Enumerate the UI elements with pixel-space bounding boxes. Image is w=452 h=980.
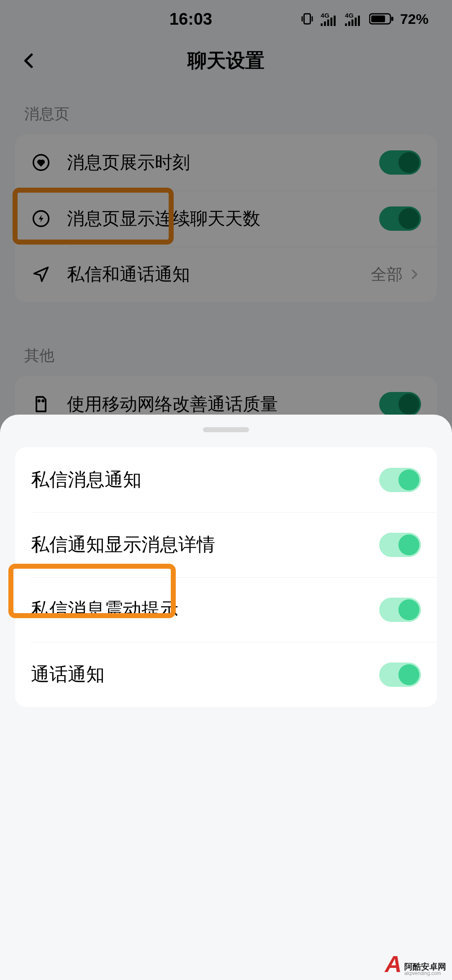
svg-rect-8 (345, 23, 347, 26)
row-dm-detail[interactable]: 私信通知显示消息详情 (15, 512, 437, 577)
row-value: 全部 (371, 264, 403, 285)
row-label: 私信通知显示消息详情 (31, 532, 379, 557)
signal-4g-1-icon: 4G (321, 12, 339, 26)
row-dm-notify[interactable]: 私信消息通知 (15, 447, 437, 512)
battery-icon (369, 13, 394, 25)
signal-4g-2-icon: 4G (345, 12, 363, 26)
lightning-chat-icon (31, 209, 51, 229)
vibrate-icon (300, 11, 315, 26)
row-dm-vibrate[interactable]: 私信消息震动提示 (15, 577, 437, 642)
nav-header: 聊天设置 (0, 38, 452, 84)
toggle-show-time[interactable] (379, 150, 421, 175)
section-header-other: 其他 (0, 325, 452, 376)
svg-rect-11 (354, 18, 357, 26)
svg-rect-2 (321, 23, 323, 26)
sim-icon (31, 394, 51, 414)
svg-rect-15 (391, 17, 393, 21)
sheet-drag-handle[interactable] (203, 427, 249, 432)
svg-rect-9 (348, 21, 350, 26)
toggle-call-notify[interactable] (379, 663, 421, 687)
svg-rect-10 (352, 20, 354, 26)
row-show-time[interactable]: 消息页展示时刻 (15, 134, 437, 191)
toggle-dm-vibrate[interactable] (379, 598, 421, 622)
svg-rect-5 (330, 18, 332, 26)
svg-rect-0 (304, 14, 310, 24)
status-time: 16:03 (23, 10, 300, 28)
bottom-sheet: 私信消息通知 私信通知显示消息详情 私信消息震动提示 通话通知 (0, 415, 452, 980)
watermark-logo-icon: A (385, 952, 402, 976)
watermark-en: akpvending.com (404, 971, 441, 976)
section-header-messages: 消息页 (0, 84, 452, 134)
row-label: 私信和通话通知 (67, 263, 371, 286)
sheet-card: 私信消息通知 私信通知显示消息详情 私信消息震动提示 通话通知 (15, 447, 437, 707)
chevron-left-icon (20, 52, 39, 70)
chevron-right-icon (408, 268, 421, 281)
row-call-notify[interactable]: 通话通知 (15, 642, 437, 707)
row-label: 消息页显示连续聊天天数 (67, 207, 379, 230)
battery-percent: 72% (400, 11, 429, 27)
row-label: 使用移动网络改善通话质量 (67, 392, 379, 416)
status-indicators: 4G 4G 72% (300, 11, 429, 27)
toggle-mobile-quality[interactable] (379, 392, 421, 416)
svg-rect-3 (324, 21, 326, 26)
row-dm-call-notify[interactable]: 私信和通话通知 全部 (15, 247, 437, 302)
watermark: A 阿酷安卓网 akpvending.com (385, 952, 446, 976)
watermark-cn: 阿酷安卓网 (404, 962, 446, 971)
heart-circle-icon (31, 152, 51, 173)
svg-text:4G: 4G (321, 12, 329, 19)
status-bar: 16:03 4G 4G 72% (0, 0, 452, 38)
svg-rect-12 (358, 15, 360, 26)
paper-plane-icon (31, 264, 51, 284)
svg-point-19 (42, 400, 44, 402)
svg-rect-14 (371, 15, 385, 22)
svg-text:4G: 4G (345, 12, 354, 19)
page-title: 聊天设置 (0, 48, 452, 74)
toggle-show-streak[interactable] (379, 206, 421, 231)
svg-point-18 (39, 400, 40, 402)
toggle-dm-detail[interactable] (379, 533, 421, 557)
toggle-dm-notify[interactable] (379, 468, 421, 492)
row-label: 私信消息通知 (31, 467, 379, 492)
row-label: 通话通知 (31, 662, 379, 687)
svg-rect-4 (327, 20, 329, 26)
card-messages: 消息页展示时刻 消息页显示连续聊天天数 私信和通话通知 全部 (15, 134, 437, 302)
row-label: 私信消息震动提示 (31, 597, 379, 622)
back-button[interactable] (17, 48, 42, 73)
row-show-streak[interactable]: 消息页显示连续聊天天数 (15, 191, 437, 247)
svg-rect-6 (334, 15, 336, 26)
row-label: 消息页展示时刻 (67, 151, 379, 174)
